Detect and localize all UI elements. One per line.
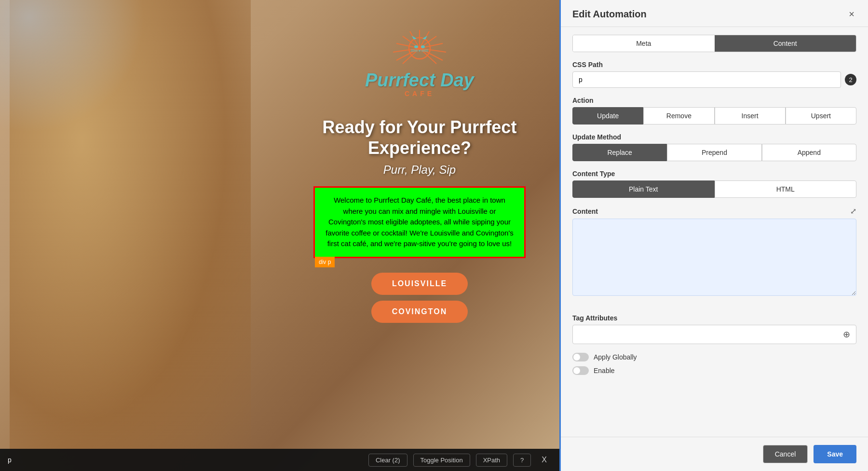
right-panel: Edit Automation × Meta Content CSS Path … bbox=[559, 0, 868, 471]
louisville-button[interactable]: LOUISVILLE bbox=[371, 273, 468, 295]
expand-icon[interactable]: ⤢ bbox=[850, 207, 856, 216]
css-path-input[interactable] bbox=[572, 71, 841, 88]
method-replace[interactable]: Replace bbox=[572, 144, 667, 161]
apply-globally-toggle[interactable] bbox=[572, 353, 589, 361]
enable-toggle[interactable] bbox=[572, 366, 589, 375]
method-prepend[interactable]: Prepend bbox=[667, 144, 761, 161]
cancel-button[interactable]: Cancel bbox=[763, 445, 808, 463]
toggle-position-button[interactable]: Toggle Position bbox=[413, 454, 470, 467]
svg-line-1 bbox=[420, 31, 429, 48]
breadcrumb-path: div p bbox=[315, 257, 335, 267]
content-type-group: Plain Text HTML bbox=[572, 180, 856, 198]
css-path-section: CSS Path 2 bbox=[572, 61, 856, 88]
panel-close-button[interactable]: × bbox=[847, 9, 856, 20]
css-path-label: CSS Path bbox=[572, 61, 856, 69]
close-bar-button[interactable]: X bbox=[537, 453, 552, 467]
action-upsert[interactable]: Upsert bbox=[786, 107, 856, 125]
update-method-label: Update Method bbox=[572, 133, 856, 141]
save-button[interactable]: Save bbox=[814, 445, 856, 463]
tag-attributes-label: Tag Attributes bbox=[572, 314, 856, 322]
covington-button[interactable]: COVINGTON bbox=[371, 301, 468, 323]
content-section-header: Content ⤢ bbox=[572, 207, 856, 216]
action-section: Action Update Remove Insert Upsert bbox=[572, 97, 856, 125]
preview-background: Purrfect Day CAFE Ready for Your Purrfec… bbox=[0, 0, 559, 471]
cat-image bbox=[0, 0, 145, 169]
method-group: Replace Prepend Append bbox=[572, 144, 856, 161]
method-append[interactable]: Append bbox=[762, 144, 856, 161]
preview-area: Purrfect Day CAFE Ready for Your Purrfec… bbox=[0, 0, 559, 471]
action-update[interactable]: Update bbox=[572, 107, 643, 125]
css-path-row: 2 bbox=[572, 71, 856, 88]
tab-group: Meta Content bbox=[572, 35, 856, 52]
svg-point-16 bbox=[414, 45, 418, 48]
help-button[interactable]: ? bbox=[513, 454, 531, 467]
brand-name: Purrfect Day bbox=[365, 70, 474, 91]
tag-attrs-input[interactable] bbox=[579, 331, 839, 338]
action-insert[interactable]: Insert bbox=[715, 107, 786, 125]
logo-sunburst bbox=[391, 29, 448, 68]
toggle-thumb bbox=[573, 354, 580, 360]
panel-header: Edit Automation × bbox=[561, 0, 868, 27]
panel-footer: Cancel Save bbox=[561, 437, 868, 471]
panel-title: Edit Automation bbox=[572, 9, 647, 20]
tab-content[interactable]: Content bbox=[715, 35, 856, 52]
content-overlay: Purrfect Day CAFE Ready for Your Purrfec… bbox=[280, 0, 559, 471]
tagline-main: Ready for Your Purrfect Experience? bbox=[280, 117, 559, 158]
enable-label: Enable bbox=[594, 367, 615, 374]
bottom-css-input[interactable] bbox=[8, 456, 363, 464]
content-type-html[interactable]: HTML bbox=[715, 180, 857, 198]
update-method-section: Update Method Replace Prepend Append bbox=[572, 133, 856, 161]
tag-attrs-row: ⊕ bbox=[572, 325, 856, 344]
xpath-button[interactable]: XPath bbox=[476, 454, 507, 467]
action-remove[interactable]: Remove bbox=[643, 107, 714, 125]
content-label: Content bbox=[572, 208, 598, 215]
enable-toggle-thumb bbox=[573, 367, 580, 374]
add-tag-icon[interactable]: ⊕ bbox=[843, 329, 850, 340]
logo-area: Purrfect Day CAFE bbox=[365, 29, 474, 97]
sunburst-svg bbox=[391, 29, 448, 68]
svg-line-7 bbox=[410, 31, 420, 48]
paragraph-text: Welcome to Purrfect Day Café, the best p… bbox=[326, 196, 514, 248]
tagline-sub: Purr, Play, Sip bbox=[383, 163, 456, 177]
content-section: Content ⤢ bbox=[572, 207, 856, 306]
content-type-label: Content Type bbox=[572, 170, 856, 178]
panel-body: Meta Content CSS Path 2 Action Update Re… bbox=[561, 27, 868, 437]
apply-globally-row: Apply Globally bbox=[572, 353, 856, 361]
content-type-section: Content Type Plain Text HTML bbox=[572, 170, 856, 198]
action-label: Action bbox=[572, 97, 856, 104]
tag-attributes-section: Tag Attributes ⊕ bbox=[572, 314, 856, 344]
content-type-plaintext[interactable]: Plain Text bbox=[572, 180, 715, 198]
enable-row: Enable bbox=[572, 366, 856, 375]
bottom-bar: Clear (2) Toggle Position XPath ? X bbox=[0, 449, 559, 471]
css-count-badge: 2 bbox=[845, 74, 856, 85]
tab-meta[interactable]: Meta bbox=[573, 35, 715, 52]
brand-cafe: CAFE bbox=[405, 90, 434, 97]
svg-point-17 bbox=[421, 45, 425, 48]
action-group: Update Remove Insert Upsert bbox=[572, 107, 856, 125]
content-textarea[interactable] bbox=[572, 219, 856, 296]
highlighted-paragraph[interactable]: Welcome to Purrfect Day Café, the best p… bbox=[313, 186, 526, 258]
svg-point-18 bbox=[419, 49, 420, 51]
apply-globally-label: Apply Globally bbox=[594, 353, 637, 361]
clear-button[interactable]: Clear (2) bbox=[368, 454, 407, 467]
